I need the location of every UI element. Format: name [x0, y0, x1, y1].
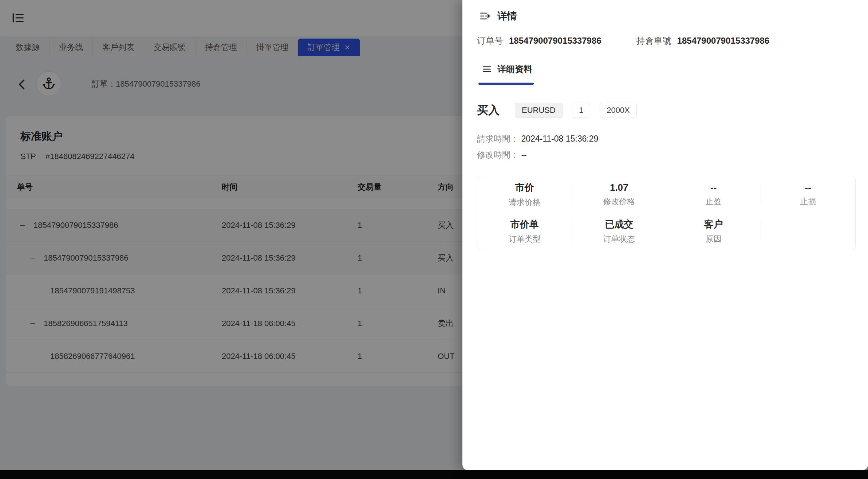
position-no-value: 1854790079015337986 [677, 36, 770, 46]
tab-detail-info-label: 详细资料 [497, 63, 532, 75]
modify-time-row: 修改時間： -- [477, 149, 527, 161]
badge: 1 [572, 103, 590, 118]
stat-cell: 客户原因 [666, 218, 761, 245]
badge: 2000X [600, 103, 637, 118]
collapse-drawer-icon[interactable] [479, 10, 491, 22]
stat-cell [761, 220, 856, 243]
modify-time-label: 修改時間： [477, 150, 519, 159]
stat-cell: 市价请求价格 [477, 181, 572, 208]
stats-row-2: 市价单订单类型已成交订单状态客户原因 [477, 213, 855, 250]
position-no-label: 持倉單號 [636, 35, 671, 47]
stat-value: 市价单 [477, 218, 572, 231]
request-time-value: 2024-11-08 15:36:29 [521, 134, 598, 143]
stats-row-1: 市价请求价格1.07修改价格--止盈--止损 [477, 176, 855, 213]
stat-value: 1.07 [572, 182, 667, 193]
direction-value: 买入 [477, 103, 500, 118]
stat-value: 市价 [477, 181, 572, 194]
stat-label: 订单状态 [572, 234, 667, 245]
stat-value [761, 220, 856, 231]
stat-value: -- [761, 182, 856, 193]
stat-label: 订单类型 [477, 234, 572, 245]
stat-cell: --止盈 [666, 182, 761, 207]
stat-cell: --止损 [761, 182, 856, 207]
tab-detail-info[interactable]: 详细资料 [482, 63, 532, 75]
stat-cell: 已成交订单状态 [572, 218, 667, 245]
stat-cell: 1.07修改价格 [572, 182, 667, 207]
active-tab-underline [478, 83, 534, 85]
order-no-label: 订单号 [477, 35, 503, 47]
stat-label [761, 234, 856, 243]
drawer-title: 详情 [497, 9, 517, 23]
stat-value: 已成交 [572, 218, 667, 231]
stat-value: -- [666, 182, 761, 193]
modify-time-value: -- [521, 150, 526, 159]
stat-value: 客户 [666, 218, 761, 231]
order-stats-panel: 市价请求价格1.07修改价格--止盈--止损 市价单订单类型已成交订单状态客户原… [477, 176, 856, 250]
stat-label: 止盈 [666, 196, 761, 207]
stat-label: 修改价格 [572, 196, 667, 207]
order-ids-row: 订单号 1854790079015337986 持倉單號 18547900790… [477, 35, 769, 47]
stat-label: 请求价格 [477, 197, 572, 208]
direction-row: 买入 EURUSD12000X [477, 103, 637, 118]
list-icon [482, 64, 492, 74]
badge: EURUSD [515, 103, 563, 118]
request-time-row: 請求時間： 2024-11-08 15:36:29 [477, 133, 598, 145]
symbol-badges: EURUSD12000X [515, 103, 637, 118]
details-drawer: 详情 订单号 1854790079015337986 持倉單號 18547900… [462, 0, 868, 470]
stat-cell: 市价单订单类型 [477, 218, 572, 245]
order-no-value: 1854790079015337986 [509, 36, 601, 46]
stat-label: 原因 [666, 234, 761, 245]
stat-label: 止损 [761, 196, 856, 207]
request-time-label: 請求時間： [477, 134, 519, 143]
drawer-header: 详情 [479, 9, 517, 23]
